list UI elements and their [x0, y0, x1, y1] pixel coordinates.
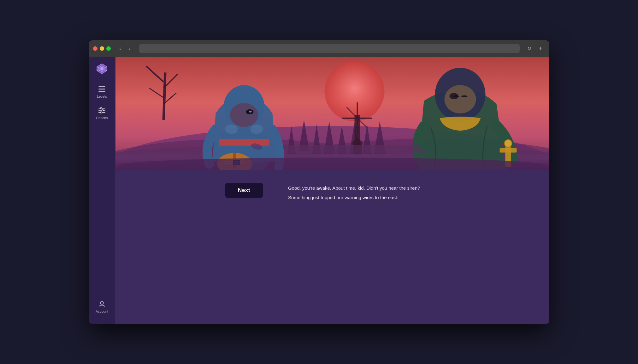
svg-point-23: [325, 61, 385, 121]
svg-point-68: [450, 93, 458, 99]
svg-point-17: [102, 109, 103, 111]
next-button[interactable]: Next: [225, 183, 263, 198]
app-logo[interactable]: [95, 62, 109, 76]
svg-point-20: [100, 112, 102, 113]
sidebar-item-options[interactable]: Options: [91, 104, 113, 123]
options-icon: [98, 107, 105, 114]
sidebar-account-label: Account: [96, 309, 108, 313]
sidebar-options-label: Options: [96, 116, 108, 120]
dialogue-line1: Good, you're awake. About time, kid. Did…: [288, 184, 440, 192]
svg-rect-19: [102, 112, 105, 113]
svg-rect-56: [219, 139, 269, 146]
svg-point-2: [100, 67, 103, 70]
levels-icon: [98, 86, 105, 93]
next-button-container: Next: [225, 183, 263, 198]
svg-point-53: [230, 103, 258, 127]
close-traffic-light[interactable]: [93, 46, 97, 51]
svg-point-71: [505, 140, 512, 147]
sidebar-nav: Levels: [91, 83, 113, 297]
back-button[interactable]: ‹: [116, 44, 125, 53]
svg-rect-9: [98, 86, 105, 87]
sidebar-bottom: Account: [91, 297, 113, 319]
dialogue-text: Good, you're awake. About time, kid. Did…: [288, 183, 440, 201]
svg-rect-13: [102, 108, 105, 109]
maximize-traffic-light[interactable]: [106, 46, 111, 51]
browser-chrome: ‹ › ↻ +: [89, 40, 549, 57]
svg-point-55: [249, 111, 252, 113]
scene-svg: [115, 57, 549, 170]
cutscene-container: [115, 57, 549, 170]
sidebar: Levels: [89, 57, 115, 324]
svg-rect-15: [98, 110, 102, 111]
dialogue-line2: Something just tripped our warning wires…: [288, 194, 440, 201]
svg-point-21: [100, 301, 103, 304]
traffic-lights: [93, 46, 111, 51]
svg-point-67: [445, 85, 476, 113]
cutscene-art: [115, 57, 549, 170]
svg-rect-10: [98, 89, 105, 90]
new-tab-button[interactable]: +: [536, 44, 545, 53]
sidebar-item-account[interactable]: Account: [91, 297, 113, 316]
nav-buttons: ‹ ›: [116, 44, 134, 53]
svg-point-14: [100, 107, 102, 109]
bottom-panel: Next Good, you're awake. About time, kid…: [115, 170, 549, 324]
address-bar[interactable]: [139, 44, 520, 53]
minimize-traffic-light[interactable]: [100, 46, 104, 51]
main-area: Next Good, you're awake. About time, kid…: [115, 57, 549, 324]
sidebar-levels-label: Levels: [97, 95, 107, 98]
svg-point-57: [225, 124, 238, 134]
svg-rect-70: [500, 148, 517, 153]
app-content: Levels: [89, 57, 549, 324]
reload-button[interactable]: ↻: [525, 44, 534, 53]
svg-point-58: [251, 124, 263, 134]
browser-window: ‹ › ↻ +: [89, 40, 549, 324]
account-icon: [98, 300, 105, 308]
svg-rect-11: [98, 91, 105, 92]
sidebar-item-levels[interactable]: Levels: [91, 83, 113, 101]
forward-button[interactable]: ›: [125, 44, 134, 53]
svg-line-35: [164, 72, 165, 120]
